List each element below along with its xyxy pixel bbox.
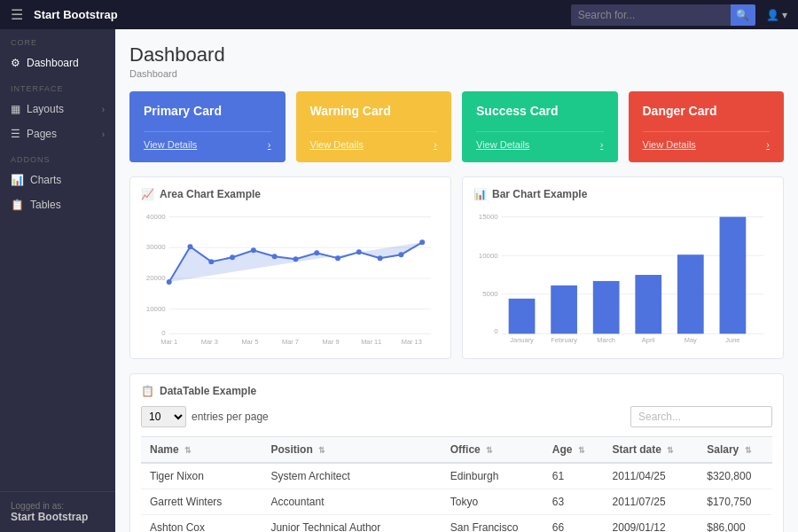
col-office[interactable]: Office ⇅ xyxy=(442,437,544,464)
datatable-icon: 📋 xyxy=(141,385,154,397)
bar-chart-container: 15000 10000 5000 0 xyxy=(473,207,772,348)
card-success-link[interactable]: View Details › xyxy=(476,131,604,150)
sidebar-item-charts[interactable]: 📊 Charts xyxy=(0,168,115,192)
bar-chart-icon: 📊 xyxy=(473,188,487,200)
entries-select[interactable]: 10 25 50 100 xyxy=(141,406,186,427)
col-position[interactable]: Position ⇅ xyxy=(262,437,441,464)
table-cell: $86,000 xyxy=(698,515,772,533)
search-input[interactable] xyxy=(571,4,731,26)
svg-text:April: April xyxy=(642,336,655,344)
svg-text:Mar 7: Mar 7 xyxy=(282,338,299,345)
card-primary-link[interactable]: View Details › xyxy=(144,131,271,150)
area-chart-svg: 40000 30000 20000 10000 0 xyxy=(141,207,440,345)
main-content: Dashboard Dashboard Primary Card View De… xyxy=(115,29,798,532)
table-cell: $320,800 xyxy=(698,463,772,489)
card-success: Success Card View Details › xyxy=(462,91,618,162)
svg-rect-44 xyxy=(720,217,747,334)
chevron-right-icon: › xyxy=(434,139,437,150)
svg-point-13 xyxy=(208,259,214,264)
layout: CORE ⚙ Dashboard INTERFACE ▦ Layouts › ☰… xyxy=(0,29,798,532)
card-primary-title: Primary Card xyxy=(144,104,271,118)
sidebar-item-label: Dashboard xyxy=(27,57,79,69)
user-menu[interactable]: 👤 ▾ xyxy=(766,9,787,21)
col-salary[interactable]: Salary ⇅ xyxy=(698,437,772,464)
svg-text:June: June xyxy=(725,336,739,344)
svg-text:Mar 13: Mar 13 xyxy=(402,338,422,345)
card-success-title: Success Card xyxy=(476,104,604,118)
svg-text:Mar 1: Mar 1 xyxy=(160,338,177,345)
sidebar-section-addons: ADDONS xyxy=(0,146,115,168)
svg-text:0: 0 xyxy=(161,329,166,337)
charts-icon: 📊 xyxy=(11,174,24,186)
breadcrumb: Dashboard xyxy=(129,68,784,79)
table-cell: Junior Technical Author xyxy=(262,515,441,533)
table-cell: Tiger Nixon xyxy=(141,463,262,489)
svg-text:10000: 10000 xyxy=(146,305,167,313)
card-danger-link[interactable]: View Details › xyxy=(643,131,771,150)
table-body: Tiger NixonSystem ArchitectEdinburgh6120… xyxy=(141,463,772,532)
sort-icon: ⇅ xyxy=(745,446,752,455)
sidebar-item-label: Charts xyxy=(30,174,61,186)
table-cell: San Francisco xyxy=(442,515,544,533)
svg-point-12 xyxy=(188,244,193,249)
table-row: Ashton CoxJunior Technical AuthorSan Fra… xyxy=(141,515,772,533)
sort-icon: ⇅ xyxy=(578,446,585,455)
sidebar-toggle-icon[interactable]: ☰ xyxy=(11,6,23,23)
sort-icon: ⇅ xyxy=(667,446,674,455)
card-danger: Danger Card View Details › xyxy=(629,91,785,162)
svg-rect-39 xyxy=(509,299,536,334)
entries-label: entries per page xyxy=(192,411,269,423)
entries-control: 10 25 50 100 entries per page xyxy=(141,406,269,427)
table-cell: Ashton Cox xyxy=(141,515,262,533)
card-danger-title: Danger Card xyxy=(643,104,771,118)
sort-icon: ⇅ xyxy=(184,446,192,455)
card-warning-title: Warning Card xyxy=(310,104,438,118)
card-warning: Warning Card View Details › xyxy=(296,91,452,162)
chevron-right-icon: › xyxy=(766,139,770,150)
col-age[interactable]: Age ⇅ xyxy=(544,437,604,464)
svg-point-20 xyxy=(356,249,362,254)
svg-point-21 xyxy=(378,255,383,261)
datatable-controls: 10 25 50 100 entries per page xyxy=(141,406,772,427)
sidebar-item-layouts[interactable]: ▦ Layouts › xyxy=(0,97,115,121)
card-warning-link[interactable]: View Details › xyxy=(310,131,438,150)
svg-text:20000: 20000 xyxy=(146,274,167,282)
col-startdate[interactable]: Start date ⇅ xyxy=(604,437,699,464)
datatable-search-input[interactable] xyxy=(630,406,772,427)
view-details-label: View Details xyxy=(310,139,364,150)
sidebar-item-pages[interactable]: ☰ Pages › xyxy=(0,121,115,146)
area-chart-icon: 📈 xyxy=(141,188,154,200)
svg-text:May: May xyxy=(685,336,697,344)
layouts-icon: ▦ xyxy=(11,103,20,115)
svg-text:15000: 15000 xyxy=(479,213,499,221)
sidebar-item-label: Layouts xyxy=(27,103,64,115)
table-cell: 2009/01/12 xyxy=(604,515,699,533)
sidebar-item-dashboard[interactable]: ⚙ Dashboard xyxy=(0,51,115,75)
search-button[interactable]: 🔍 xyxy=(731,4,755,26)
table-header: Name ⇅ Position ⇅ Office ⇅ Age ⇅ Start d… xyxy=(141,437,772,464)
table-row: Tiger NixonSystem ArchitectEdinburgh6120… xyxy=(141,463,772,489)
svg-rect-42 xyxy=(635,275,661,333)
page-title: Dashboard xyxy=(129,43,784,66)
search-form: 🔍 xyxy=(571,4,755,26)
svg-text:March: March xyxy=(597,336,615,344)
col-name[interactable]: Name ⇅ xyxy=(141,437,262,464)
table-cell: Tokyo xyxy=(442,489,544,515)
sidebar-item-tables[interactable]: 📋 Tables xyxy=(0,192,115,217)
svg-point-18 xyxy=(314,250,319,255)
datatable-title: 📋 DataTable Example xyxy=(141,385,772,397)
svg-text:Mar 11: Mar 11 xyxy=(361,338,381,345)
table-cell: System Architect xyxy=(262,463,441,489)
card-primary: Primary Card View Details › xyxy=(129,91,286,162)
chevron-right-icon: › xyxy=(102,105,105,114)
datatable-panel: 📋 DataTable Example 10 25 50 100 entries… xyxy=(129,373,784,532)
svg-point-15 xyxy=(251,247,256,253)
svg-point-19 xyxy=(335,255,340,261)
charts-row: 📈 Area Chart Example 40000 30000 20000 1… xyxy=(129,176,784,359)
bar-chart-title: 📊 Bar Chart Example xyxy=(473,188,772,200)
svg-text:0: 0 xyxy=(494,327,498,335)
svg-point-23 xyxy=(419,239,425,245)
svg-rect-41 xyxy=(593,281,620,333)
svg-text:40000: 40000 xyxy=(146,213,167,221)
chevron-right-icon: › xyxy=(268,139,271,150)
